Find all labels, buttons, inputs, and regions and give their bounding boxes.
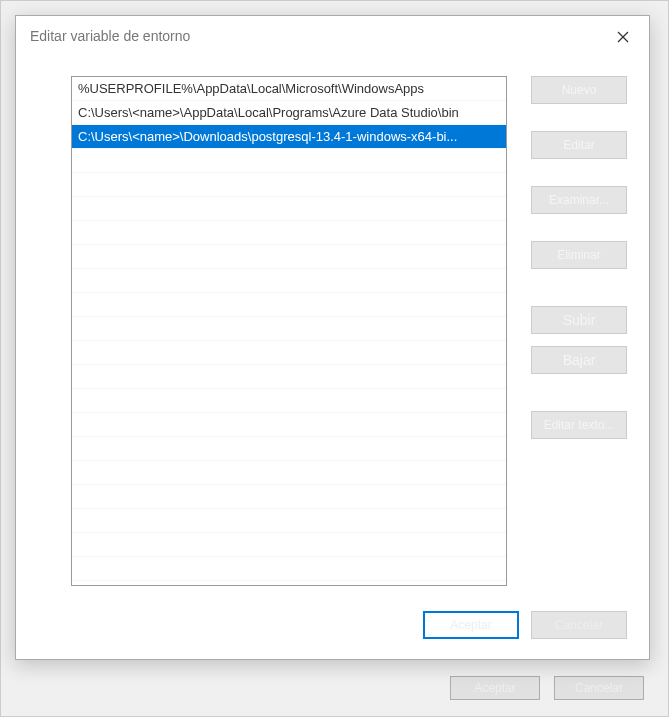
path-entry-empty[interactable] (72, 173, 506, 197)
path-entry-empty[interactable] (72, 293, 506, 317)
path-entry-empty[interactable] (72, 485, 506, 509)
path-entry-empty[interactable] (72, 389, 506, 413)
path-entry-empty[interactable] (72, 149, 506, 173)
bg-aceptar-button[interactable]: Aceptar (450, 676, 540, 700)
path-list[interactable]: %USERPROFILE%\AppData\Local\Microsoft\Wi… (71, 76, 507, 586)
path-entry-empty[interactable] (72, 461, 506, 485)
path-entry-empty[interactable] (72, 341, 506, 365)
path-entry-empty[interactable] (72, 413, 506, 437)
path-entry[interactable]: %USERPROFILE%\AppData\Local\Microsoft\Wi… (72, 77, 506, 101)
path-entry-empty[interactable] (72, 197, 506, 221)
path-entry-empty[interactable] (72, 437, 506, 461)
cancelar-button[interactable]: Cancelar (531, 611, 627, 639)
path-entry-empty[interactable] (72, 557, 506, 581)
path-entry-empty[interactable] (72, 317, 506, 341)
path-entry-empty[interactable] (72, 269, 506, 293)
examinar-button[interactable]: Examinar... (531, 186, 627, 214)
editar-button[interactable]: Editar (531, 131, 627, 159)
bg-cancelar-button[interactable]: Cancelar (554, 676, 644, 700)
path-entry-empty[interactable] (72, 221, 506, 245)
close-button[interactable] (603, 22, 643, 52)
aceptar-button[interactable]: Aceptar (423, 611, 519, 639)
path-entry-empty[interactable] (72, 245, 506, 269)
path-entry-selected[interactable]: C:\Users\<name>\Downloads\postgresql-13.… (72, 125, 506, 149)
editar-texto-button[interactable]: Editar texto... (531, 411, 627, 439)
path-entry-empty[interactable] (72, 533, 506, 557)
eliminar-button[interactable]: Eliminar (531, 241, 627, 269)
dialog-title: Editar variable de entorno (30, 28, 190, 44)
close-icon (617, 29, 629, 46)
subir-button[interactable]: Subir (531, 306, 627, 334)
path-entry-empty[interactable] (72, 365, 506, 389)
nuevo-button[interactable]: Nuevo (531, 76, 627, 104)
bajar-button[interactable]: Bajar (531, 346, 627, 374)
edit-env-var-dialog: Editar variable de entorno %USERPROFILE%… (15, 15, 650, 660)
path-entry-empty[interactable] (72, 509, 506, 533)
path-entry[interactable]: C:\Users\<name>\AppData\Local\Programs\A… (72, 101, 506, 125)
